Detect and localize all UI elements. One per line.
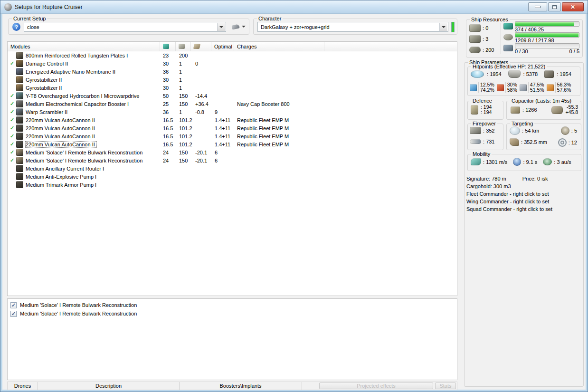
restore-button[interactable] — [548, 2, 561, 11]
fleet-commander-line[interactable]: Fleet Commander - right click to set — [466, 190, 581, 198]
module-row[interactable]: ✓Damage Control II3010 — [8, 59, 457, 67]
projection-list: ✓Medium 'Solace' I Remote Bulwark Recons… — [7, 298, 457, 380]
projection-list-item[interactable]: ✓Medium 'Solace' I Remote Bulwark Recons… — [10, 309, 454, 318]
module-cpu-value: 24 — [160, 158, 176, 163]
armor-hp-value: 5378 — [523, 71, 538, 77]
modules-table-header[interactable]: Modules Optimal Charges — [8, 42, 457, 51]
explosive-resist-armor: 57.6% — [557, 87, 571, 93]
firepower-title: Firepower — [471, 121, 497, 126]
module-row[interactable]: ✓Medium Electrochemical Capacitor Booste… — [8, 100, 457, 108]
module-row[interactable]: Gyrostabilizer II301 — [8, 84, 457, 92]
checkbox-checked-icon[interactable]: ✓ — [10, 302, 17, 308]
minimize-button[interactable] — [528, 2, 547, 11]
module-row[interactable]: ✓Warp Scrambler II361-0.89 — [8, 108, 457, 116]
ship-icon — [231, 24, 240, 29]
module-name: 220mm Vulcan AutoCannon II — [26, 117, 158, 123]
hitpoints-group: Hitpoints (Effective HP: 21,522) 1954 53… — [467, 67, 580, 96]
tab-drones[interactable]: Drones — [8, 382, 38, 390]
kinetic-resist-armor: 51.5% — [530, 87, 544, 93]
module-row[interactable]: ✓Medium 'Solace' I Remote Bulwark Recons… — [8, 148, 457, 156]
launcher-hardpoints-icon — [469, 35, 481, 43]
cpu-column-icon — [163, 44, 169, 49]
fitted-check-icon: ✓ — [8, 133, 15, 139]
module-cpu-value: 30 — [160, 61, 176, 67]
module-row[interactable]: Medium Ancillary Current Router I — [8, 164, 457, 172]
module-row[interactable]: Medium Trimark Armor Pump I — [8, 181, 457, 189]
modules-column-header: Modules — [10, 44, 30, 49]
module-row[interactable]: ✓220mm Vulcan AutoCannon II16.5101.21.4+… — [8, 116, 457, 124]
projection-item-label: Medium 'Solace' I Remote Bulwark Reconst… — [20, 302, 137, 308]
module-row[interactable]: Gyrostabilizer II301 — [8, 76, 457, 84]
squad-commander-line[interactable]: Squad Commander - right click to set — [466, 205, 581, 213]
module-name: 220mm Vulcan AutoCannon II — [26, 142, 96, 147]
character-combobox[interactable]: DarkGalaxy + zor+rogue+grid — [257, 22, 448, 32]
modules-table: Modules Optimal Charges 800mm Reinforced… — [7, 41, 457, 296]
align-time-icon — [513, 158, 521, 166]
module-name-cell: Medium Ancillary Current Router I — [26, 166, 160, 172]
nano-membrane-icon — [16, 68, 23, 75]
window-content: Current Setup ? close Character DarkGala… — [2, 14, 586, 390]
kinetic-resist-cell: 47.5%51.5% — [520, 82, 544, 93]
module-cpu-value: 23 — [160, 53, 176, 58]
firepower-group: Firepower 352 731 — [467, 124, 503, 150]
module-name: Gyrostabilizer II — [26, 85, 158, 91]
module-row[interactable]: ✓220mm Vulcan AutoCannon II16.5101.21.4+… — [8, 124, 457, 132]
title-bar[interactable]: Setups for Rupture Cruiser ✕ — [0, 0, 588, 14]
chevron-down-icon — [439, 23, 447, 31]
current-setup-combobox[interactable]: close — [24, 22, 226, 32]
module-name-cell: 220mm Vulcan AutoCannon II — [26, 134, 160, 139]
projected-effects-button[interactable]: Projected effects — [319, 382, 433, 389]
signature-value: Signature: 780 m — [466, 175, 506, 182]
volley-damage-icon — [470, 127, 481, 134]
tab-description[interactable]: Description — [38, 382, 180, 390]
scan-resolution-value: 352.5 mm — [521, 139, 547, 145]
wing-commander-line[interactable]: Wing Commander - right click to set — [466, 198, 581, 205]
module-row[interactable]: ✓220mm Vulcan AutoCannon II16.5101.21.4+… — [8, 140, 457, 148]
module-name: 220mm Vulcan AutoCannon II — [26, 134, 158, 139]
drone-bandwidth-value: 0 / 30 — [515, 48, 528, 54]
calibration-icon — [469, 47, 481, 53]
module-powergrid-value: 1 — [176, 109, 191, 115]
em-resist-cell: 12.5%74.2% — [470, 82, 494, 93]
module-name-cell: 220mm Vulcan AutoCannon II — [26, 125, 160, 131]
cpu-usage-value: 374 / 406.25 — [515, 27, 579, 32]
module-name: Energized Adaptive Nano Membrane II — [26, 69, 158, 75]
checkbox-checked-icon[interactable]: ✓ — [10, 311, 17, 317]
module-cpu-value: 36 — [160, 69, 176, 75]
module-name: 220mm Vulcan AutoCannon II — [26, 125, 158, 131]
close-button[interactable]: ✕ — [562, 2, 584, 11]
module-row[interactable]: 800mm Reinforced Rolled Tungsten Plates … — [8, 51, 457, 59]
module-row[interactable]: Energized Adaptive Nano Membrane II361 — [8, 67, 457, 76]
thermal-resist-cell: 30%58% — [497, 82, 517, 93]
fitted-check-icon: ✓ — [8, 125, 15, 131]
mobility-group: Mobility 1301 m/s 9.1 s 3 au/s — [467, 154, 581, 171]
cpu-bar — [515, 21, 579, 27]
module-charge-value: Republic Fleet EMP M — [234, 125, 457, 131]
autocannon-icon — [16, 133, 23, 140]
module-powergrid-value: 150 — [176, 101, 191, 107]
stats-button[interactable]: Stats — [435, 382, 456, 389]
module-optimal-value: 1.4+11 — [211, 142, 234, 147]
module-cpu-value: 36 — [160, 109, 176, 115]
character-status-indicator — [451, 22, 455, 32]
module-row[interactable]: ✓220mm Vulcan AutoCannon II16.5101.21.4+… — [8, 132, 457, 140]
footer-bar: Drones Description Boosters\Implants Pro… — [7, 382, 457, 390]
tab-boosters-implants[interactable]: Boosters\Implants — [180, 382, 302, 390]
current-setup-value: close — [27, 24, 39, 30]
module-row[interactable]: ✓Medium 'Solace' I Remote Bulwark Recons… — [8, 156, 457, 164]
projection-list-item[interactable]: ✓Medium 'Solace' I Remote Bulwark Recons… — [10, 301, 454, 309]
module-powergrid-value: 101.2 — [176, 117, 191, 123]
module-row[interactable]: ✓Y-T8 Overcharged Hydrocarbon I Microwar… — [8, 92, 457, 100]
module-row[interactable]: Medium Anti-Explosive Pump I — [8, 172, 457, 181]
restore-icon — [552, 5, 557, 9]
targeting-range-value: 54 km — [522, 128, 539, 134]
autocannon-icon — [16, 124, 23, 132]
help-icon[interactable]: ? — [12, 23, 20, 31]
module-cpu-value: 16.5 — [160, 134, 176, 139]
module-name-cell: Warp Scrambler II — [26, 109, 160, 115]
module-powergrid-value: 1 — [176, 77, 191, 83]
close-icon: ✕ — [570, 4, 575, 10]
projection-item-label: Medium 'Solace' I Remote Bulwark Reconst… — [20, 311, 137, 316]
charges-column-header: Charges — [237, 44, 257, 49]
setup-actions-button[interactable] — [229, 21, 248, 32]
